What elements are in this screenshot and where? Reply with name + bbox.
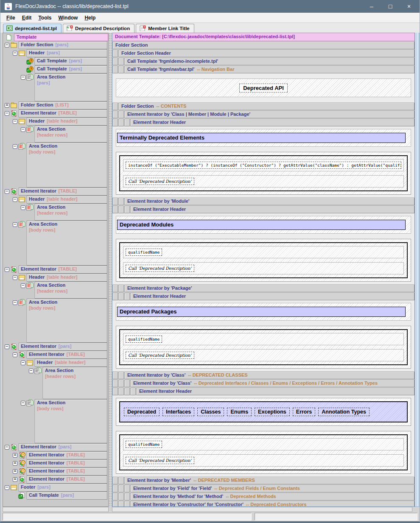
expand-expander-icon[interactable]: + (13, 461, 17, 466)
doc-row-bar[interactable]: Call Template 'frgm\navbar.tpl'-- Naviga… (124, 66, 414, 73)
menu-item-window[interactable]: Window (55, 14, 81, 22)
doc-row-bar[interactable]: Element Iterator by 'Module' (124, 198, 414, 205)
tree-node-label[interactable]: Area Section[header rows] (35, 126, 107, 143)
tree-node-label[interactable]: Call Template[pars] (35, 65, 107, 73)
class-tab-cell[interactable]: Interfaces (162, 408, 194, 416)
tree-node-label[interactable]: Header[table header] (35, 359, 107, 367)
doc-content-box[interactable]: qualifiedNameCall 'Deprecated Descriptio… (119, 242, 408, 278)
menu-item-file[interactable]: File (3, 14, 19, 22)
collapse-expander-icon[interactable]: − (21, 401, 25, 406)
doc-section-title[interactable]: Deprecated Modules (117, 220, 406, 230)
tree-node-label[interactable]: Element Iterator[TABLE] (27, 459, 107, 467)
expression-box[interactable]: qualifiedName (126, 441, 162, 448)
tree-node-label[interactable]: Footer[pars] (19, 484, 107, 492)
expand-expander-icon[interactable]: + (13, 453, 17, 458)
class-tab-cell[interactable]: Deprecated (124, 408, 160, 416)
tree-root-label[interactable]: Template (14, 34, 108, 41)
doc-row-bar[interactable]: Element Iterator by 'Class'-- DEPRECATED… (124, 372, 414, 379)
document-hscrollbar[interactable] (112, 507, 412, 512)
collapse-expander-icon[interactable]: − (21, 283, 25, 288)
doc-row-bar[interactable]: Element Iterator by 'Field' for 'Field'-… (130, 485, 414, 492)
maximize-button[interactable]: □ (384, 3, 397, 10)
tree-node-label[interactable]: Element Iterator[pars] (19, 343, 107, 351)
tree-node-label[interactable]: Area Section[body rows] (27, 299, 107, 343)
doc-row-bar[interactable]: Element Iterator Header (136, 388, 414, 395)
collapse-expander-icon[interactable]: − (29, 369, 34, 373)
tree-node-label[interactable]: Folder Section[LIST] (19, 101, 107, 109)
collapse-expander-icon[interactable]: − (21, 205, 25, 210)
doc-row-bar[interactable]: Element Iterator by 'Constructor' for 'C… (130, 501, 414, 507)
tree-node-label[interactable]: Folder Section[pars] (19, 41, 107, 49)
call-template-box[interactable]: Call 'Deprecated Description' (126, 265, 194, 272)
collapse-expander-icon[interactable]: − (5, 189, 9, 194)
collapse-expander-icon[interactable]: − (13, 197, 17, 202)
collapse-expander-icon[interactable]: − (21, 75, 25, 80)
panel-splitter[interactable] (109, 33, 112, 507)
tree-node-label[interactable]: Element Iterator[TABLE] (19, 187, 107, 196)
doc-row-bar[interactable]: Element Iterator Header (130, 119, 414, 126)
tree-node-label[interactable]: Area Section[body rows] (27, 221, 107, 266)
tree-node-label[interactable]: Area Section[header rows] (35, 282, 107, 299)
tree-node-label[interactable]: Element Iterator[TABLE] (19, 109, 107, 117)
collapse-expander-icon[interactable]: − (13, 222, 17, 227)
tree-node-label[interactable]: Element Iterator[TABLE] (27, 351, 107, 359)
tree-root-row[interactable]: Template (3, 33, 108, 41)
collapse-expander-icon[interactable]: − (13, 300, 17, 305)
expression-box[interactable]: instanceOf ("ExecutableMember") ? (insta… (126, 162, 401, 169)
call-template-box[interactable]: Call 'Deprecated Description' (126, 352, 194, 359)
doc-row-bar[interactable]: Element Iterator by 'Class | Member | Mo… (124, 111, 414, 118)
collapse-expander-icon[interactable]: − (13, 352, 17, 357)
class-tab-cell[interactable]: Enums (227, 408, 252, 416)
tree-node-label[interactable]: Area Section[body rows] (27, 143, 107, 187)
expand-expander-icon[interactable]: + (13, 469, 17, 474)
expression-box[interactable]: qualifiedName (126, 249, 162, 256)
tree-node-label[interactable]: Call Template[pars] (35, 57, 107, 65)
collapse-expander-icon[interactable]: − (5, 344, 9, 349)
doc-section-title[interactable]: Deprecated Packages (117, 307, 406, 317)
collapse-expander-icon[interactable]: − (21, 127, 25, 132)
collapse-expander-icon[interactable]: − (13, 144, 17, 149)
tab-member-link-title[interactable]: Member Link Title (136, 24, 194, 33)
doc-row-bar[interactable]: Folder Section Header (118, 50, 414, 57)
doc-row-bar[interactable]: Element Iterator by 'Method' for 'Method… (130, 493, 414, 501)
collapse-expander-icon[interactable]: − (5, 445, 9, 450)
collapse-expander-icon[interactable]: − (5, 267, 9, 272)
close-button[interactable]: × (403, 3, 415, 10)
doc-content-box[interactable]: qualifiedNameCall 'Deprecated Descriptio… (119, 329, 408, 365)
doc-content-box[interactable]: instanceOf ("ExecutableMember") ? (insta… (119, 155, 408, 191)
tree-node-label[interactable]: Element Iterator[TABLE] (27, 467, 107, 475)
call-template-box[interactable]: Call 'Deprecated Description' (126, 457, 194, 464)
vertical-scrollbar[interactable] (415, 33, 420, 507)
tree-node-label[interactable]: Header[table header] (27, 117, 107, 126)
class-tab-cell[interactable]: Annotation Types (318, 408, 370, 416)
doc-banner-title[interactable]: Deprecated API (239, 84, 288, 92)
tree-node-label[interactable]: Call Template[pars] (27, 492, 107, 500)
doc-row-bar[interactable]: Element Iterator by 'Package' (124, 285, 414, 292)
doc-row-bar[interactable]: Element Iterator by 'Member'-- DEPRECATE… (124, 477, 414, 484)
tree-node-label[interactable]: Header[pars] (27, 49, 107, 57)
collapse-expander-icon[interactable]: − (13, 119, 17, 124)
tree-node-label[interactable]: Header[table header] (27, 196, 107, 204)
collapse-expander-icon[interactable]: − (13, 275, 17, 280)
menu-item-tools[interactable]: Tools (35, 14, 55, 22)
collapse-expander-icon[interactable]: − (13, 51, 17, 56)
expression-box[interactable]: qualifiedName (126, 336, 162, 343)
menu-item-edit[interactable]: Edit (19, 14, 35, 22)
doc-content-box[interactable]: qualifiedNameCall 'Deprecated Descriptio… (119, 434, 408, 470)
minimize-button[interactable]: – (365, 3, 378, 10)
tab-deprecated-list-tpl[interactable]: deprecated-list.tpl (3, 24, 62, 33)
tree-node-label[interactable]: Element Iterator[TABLE] (19, 266, 107, 274)
tree-node-label[interactable]: Area Section[header rows] (35, 204, 107, 221)
expand-expander-icon[interactable]: + (13, 477, 17, 482)
doc-row-bar[interactable]: Element Iterator by 'Class'-- Deprecated… (130, 380, 414, 387)
collapse-expander-icon[interactable]: − (5, 43, 9, 48)
class-tab-cell[interactable]: Errors (293, 408, 316, 416)
collapse-expander-icon[interactable]: − (5, 111, 9, 116)
class-tab-cell[interactable]: Classes (197, 408, 224, 416)
doc-row-bar[interactable]: Call Template 'frgm\demo-incomplete.tpl' (124, 58, 414, 65)
doc-row-bar[interactable]: Element Iterator Header (130, 206, 414, 213)
doc-class-tabs-box[interactable]: DeprecatedInterfacesClassesEnumsExceptio… (119, 401, 408, 422)
class-tab-cell[interactable]: Exceptions (255, 408, 290, 416)
tree-node-label[interactable]: Header[table header] (27, 274, 107, 282)
doc-row-bar[interactable]: Element Iterator Header (130, 293, 414, 300)
